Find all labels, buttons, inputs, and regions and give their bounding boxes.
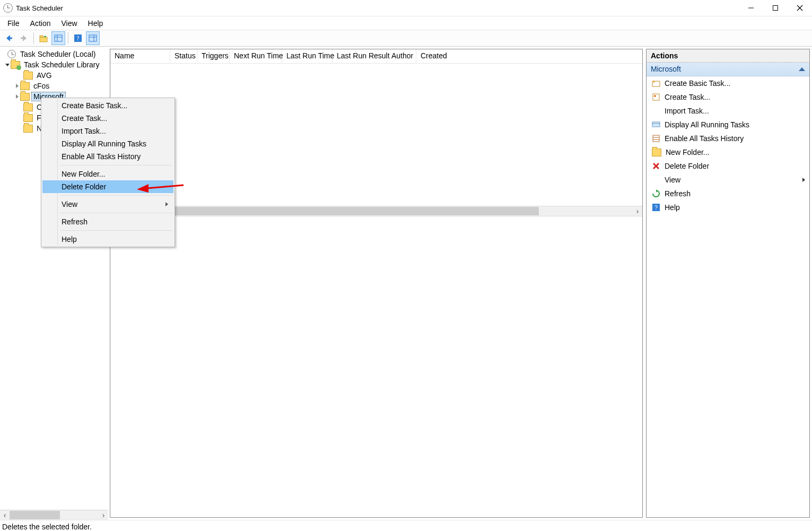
col-triggers[interactable]: Triggers	[197, 49, 230, 63]
action-import-task[interactable]: Import Task...	[647, 104, 809, 118]
scroll-right-icon[interactable]: ›	[633, 206, 642, 216]
menu-file[interactable]: File	[2, 18, 25, 29]
folder-icon	[652, 149, 661, 156]
status-bar: Deletes the selected folder.	[0, 520, 812, 531]
tree-horizontal-scrollbar[interactable]: ‹ ›	[0, 510, 108, 520]
ctx-refresh[interactable]: Refresh	[42, 215, 173, 228]
wizard-icon	[652, 79, 660, 88]
minimize-button[interactable]	[739, 0, 763, 16]
col-created[interactable]: Created	[416, 49, 450, 63]
action-delete-folder[interactable]: Delete Folder	[647, 159, 809, 173]
action-help[interactable]: ? Help	[647, 201, 809, 214]
titlebar: Task Scheduler	[0, 0, 812, 16]
scheduler-icon	[7, 50, 16, 58]
list-area[interactable]: ›	[110, 64, 642, 517]
close-button[interactable]	[788, 0, 812, 16]
ctx-help[interactable]: Help	[42, 233, 173, 246]
tree-folder-avg[interactable]: AVG	[0, 70, 108, 81]
toolbar-console-tree-button[interactable]	[51, 31, 65, 45]
svg-text:?: ?	[654, 204, 658, 211]
svg-rect-21	[653, 135, 659, 142]
folder-icon	[23, 103, 33, 111]
expander-icon[interactable]	[14, 93, 20, 100]
action-display-running[interactable]: Display All Running Tasks	[647, 118, 809, 132]
ctx-view[interactable]: View	[42, 198, 173, 211]
display-icon	[652, 120, 660, 129]
maximize-button[interactable]	[763, 0, 788, 16]
scroll-thumb[interactable]	[10, 511, 60, 519]
svg-rect-5	[21, 38, 24, 39]
ctx-display-running[interactable]: Display All Running Tasks	[42, 137, 173, 150]
action-new-folder[interactable]: New Folder...	[647, 145, 809, 159]
submenu-icon	[802, 178, 805, 182]
toolbar-separator	[33, 32, 34, 44]
list-header: Name Status Triggers Next Run Time Last …	[110, 49, 642, 64]
ctx-create-basic-task[interactable]: Create Basic Task...	[42, 99, 173, 112]
folder-icon	[11, 61, 20, 69]
delete-icon	[652, 162, 660, 170]
action-view[interactable]: View	[647, 173, 809, 187]
scroll-left-icon[interactable]: ‹	[0, 510, 10, 520]
list-horizontal-scrollbar[interactable]: ›	[110, 206, 642, 216]
toolbar-forward-button[interactable]	[17, 31, 31, 45]
ctx-separator	[60, 195, 172, 196]
action-enable-history[interactable]: Enable All Tasks History	[647, 132, 809, 145]
svg-rect-13	[89, 35, 97, 41]
svg-rect-6	[40, 37, 47, 42]
app-icon	[3, 3, 13, 13]
col-author[interactable]: Author	[387, 49, 416, 63]
svg-rect-8	[55, 35, 62, 41]
ctx-import-task[interactable]: Import Task...	[42, 125, 173, 137]
submenu-icon	[165, 202, 168, 206]
task-icon	[652, 93, 660, 101]
ctx-enable-history[interactable]: Enable All Tasks History	[42, 150, 173, 163]
actions-group-header[interactable]: Microsoft	[647, 63, 809, 76]
action-create-task[interactable]: Create Task...	[647, 90, 809, 104]
collapse-icon	[799, 67, 805, 71]
window-title: Task Scheduler	[16, 4, 63, 12]
col-status[interactable]: Status	[170, 49, 197, 63]
action-refresh[interactable]: Refresh	[647, 187, 809, 201]
svg-text:?: ?	[76, 34, 79, 42]
context-menu: Create Basic Task... Create Task... Impo…	[41, 98, 175, 247]
ctx-new-folder[interactable]: New Folder...	[42, 168, 173, 180]
col-lastrun[interactable]: Last Run Time	[282, 49, 333, 63]
toolbar-back-button[interactable]	[2, 31, 16, 45]
menu-help[interactable]: Help	[83, 18, 109, 29]
help-icon: ?	[652, 203, 660, 212]
menu-view[interactable]: View	[56, 18, 82, 29]
actions-pane: Actions Microsoft Create Basic Task... C…	[646, 49, 810, 518]
toolbar-up-button[interactable]	[37, 31, 50, 45]
col-name[interactable]: Name	[110, 49, 170, 63]
folder-icon	[23, 72, 33, 80]
folder-icon	[23, 125, 33, 133]
toolbar-actionpane-button[interactable]	[86, 31, 100, 45]
expander-icon[interactable]	[4, 62, 11, 68]
refresh-icon	[652, 189, 660, 198]
task-list-pane: Name Status Triggers Next Run Time Last …	[110, 49, 643, 518]
svg-rect-7	[40, 36, 43, 37]
ctx-separator	[60, 230, 172, 231]
svg-rect-17	[653, 94, 659, 100]
toolbar: ?	[0, 30, 812, 47]
ctx-separator	[60, 213, 172, 213]
ctx-create-task[interactable]: Create Task...	[42, 112, 173, 125]
col-lastres[interactable]: Last Run Result	[333, 49, 387, 63]
svg-point-18	[654, 95, 656, 97]
status-text: Deletes the selected folder.	[2, 523, 92, 531]
expander-icon[interactable]	[14, 83, 20, 89]
empty-icon	[652, 107, 660, 115]
scroll-right-icon[interactable]: ›	[99, 510, 108, 520]
folder-icon	[23, 114, 33, 122]
toolbar-help-button[interactable]: ?	[71, 31, 85, 45]
menu-action[interactable]: Action	[25, 18, 56, 29]
actions-header: Actions	[647, 49, 809, 63]
action-create-basic-task[interactable]: Create Basic Task...	[647, 76, 809, 90]
ctx-delete-folder[interactable]: Delete Folder	[42, 180, 173, 193]
empty-icon	[652, 176, 660, 184]
col-nextrun[interactable]: Next Run Time	[230, 49, 282, 63]
menubar: File Action View Help	[0, 16, 812, 30]
tree-library[interactable]: Task Scheduler Library	[0, 59, 108, 70]
tree-root[interactable]: Task Scheduler (Local)	[0, 49, 108, 59]
tree-folder-cfos[interactable]: cFos	[0, 81, 108, 91]
